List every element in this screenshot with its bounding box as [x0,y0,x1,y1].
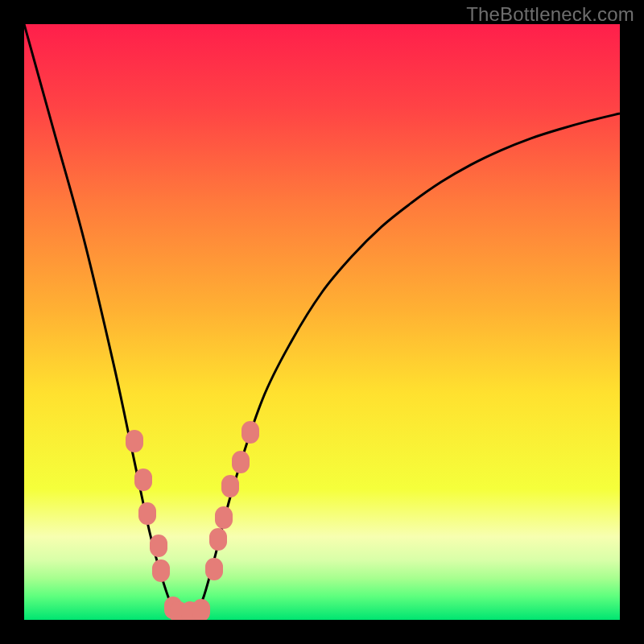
curve-marker [209,528,227,551]
curve-marker [150,535,167,557]
curve-marker [221,475,239,497]
curve-marker [232,451,250,473]
curve-layer [24,24,620,620]
curve-marker [126,430,143,452]
plot-area [24,24,620,620]
curve-marker [215,506,233,529]
curve-marker [152,559,170,582]
curve-marker [205,558,223,580]
curve-marker [134,469,152,491]
curve-marker [242,421,259,444]
curve-marker [192,599,210,620]
bottleneck-curve [24,24,620,613]
curve-marker [138,502,156,525]
chart-frame: TheBottleneck.com [0,0,644,644]
watermark-text: TheBottleneck.com [466,3,634,26]
